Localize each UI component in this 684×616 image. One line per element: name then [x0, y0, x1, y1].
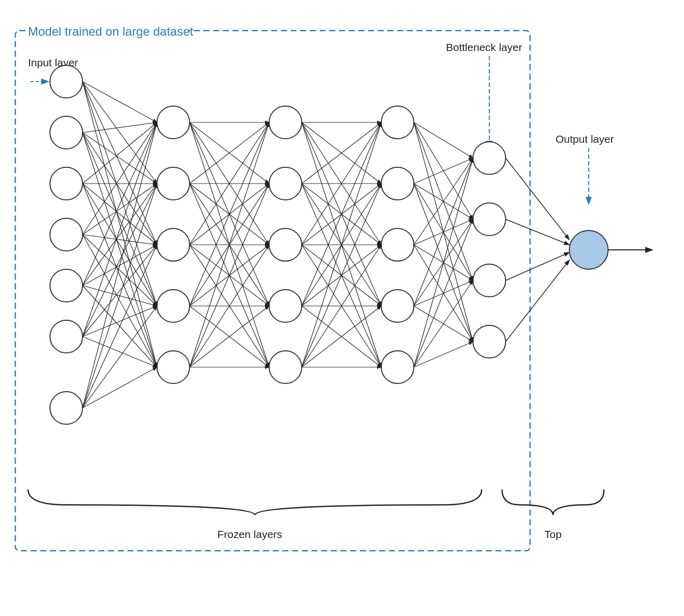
model-trained-label: Model trained on large dataset	[28, 24, 194, 38]
svg-line-20	[83, 235, 157, 245]
h1-node-4	[157, 290, 190, 322]
svg-line-5	[83, 82, 157, 245]
h3-node-3	[381, 228, 414, 261]
top-label: Top	[544, 528, 562, 540]
svg-line-110	[506, 252, 569, 280]
svg-line-88	[414, 122, 473, 158]
top-brace: Top	[502, 490, 604, 540]
h2-node-3	[269, 228, 302, 261]
bn-node-4	[473, 325, 506, 358]
svg-line-32	[83, 337, 157, 367]
model-boundary	[15, 31, 530, 551]
svg-line-30	[83, 245, 157, 337]
svg-line-37	[83, 367, 157, 408]
svg-line-35	[83, 245, 157, 408]
svg-line-33	[83, 122, 157, 408]
svg-line-22	[83, 235, 157, 367]
svg-line-11	[83, 133, 157, 306]
svg-line-104	[414, 158, 473, 367]
svg-line-16	[83, 184, 157, 306]
h1-node-3	[157, 228, 190, 261]
input-node-3	[50, 167, 83, 200]
frozen-layers-label: Frozen layers	[217, 528, 282, 540]
svg-line-108	[506, 158, 569, 240]
input-node-6	[50, 320, 83, 353]
svg-line-6	[83, 82, 157, 306]
svg-line-15	[83, 184, 157, 245]
bn-node-2	[473, 203, 506, 236]
input-node-5	[50, 269, 83, 302]
h3-node-1	[381, 106, 414, 139]
svg-line-17	[83, 184, 157, 367]
bn-node-1	[473, 142, 506, 174]
svg-line-28	[83, 122, 157, 337]
svg-line-13	[83, 122, 157, 184]
h1-node-2	[157, 167, 190, 200]
svg-line-10	[83, 133, 157, 245]
svg-line-109	[506, 219, 569, 245]
h1-node-5	[157, 351, 190, 383]
h3-node-4	[381, 290, 414, 322]
h2-node-4	[269, 290, 302, 322]
input-node-4	[50, 218, 83, 251]
h3-node-5	[381, 351, 414, 383]
h2-node-2	[269, 167, 302, 200]
svg-line-23	[83, 122, 157, 286]
output-node	[569, 230, 608, 269]
svg-line-19	[83, 184, 157, 235]
svg-line-7	[83, 82, 157, 367]
bottleneck-layer-label: Bottleneck layer	[446, 41, 522, 53]
input-node-7	[50, 392, 83, 424]
input-node-1	[50, 65, 83, 98]
svg-line-3	[83, 82, 157, 122]
svg-line-111	[506, 260, 569, 342]
h2-node-1	[269, 106, 302, 139]
diagram-container: Model trained on large dataset Input lay…	[0, 0, 684, 616]
output-layer-label: Output layer	[556, 133, 614, 145]
frozen-layers-brace: Frozen layers	[28, 490, 482, 540]
h3-node-2	[381, 167, 414, 200]
input-node-2	[50, 116, 83, 149]
svg-line-29	[83, 184, 157, 337]
h2-node-5	[269, 351, 302, 383]
h1-node-1	[157, 106, 190, 139]
bn-node-3	[473, 264, 506, 297]
